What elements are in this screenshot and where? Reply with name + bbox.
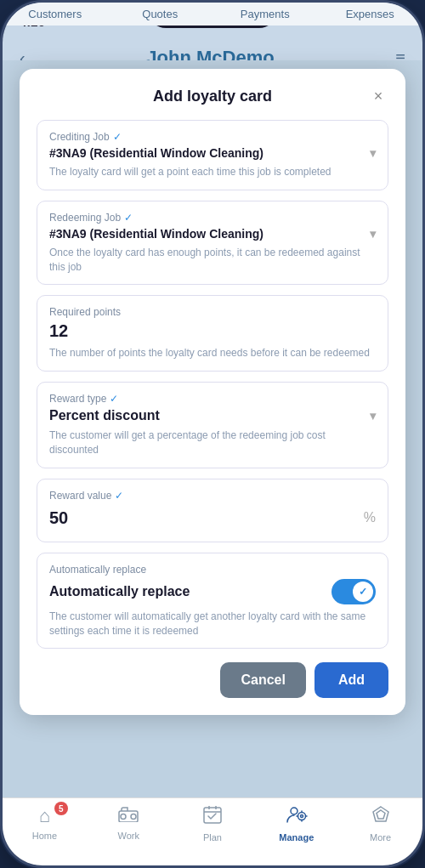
auto-replace-section: Automatically replace Automatically repl… xyxy=(37,553,388,650)
required-points-value[interactable]: 12 xyxy=(49,321,376,341)
sub-nav: Customers Quotes Payments Expenses xyxy=(3,3,422,26)
nav-home[interactable]: 5 ⌂ Home xyxy=(3,805,87,841)
auto-replace-row: Automatically replace xyxy=(49,579,376,604)
svg-point-5 xyxy=(131,814,136,820)
add-button[interactable]: Add xyxy=(314,662,388,698)
redeeming-job-check-icon: ✓ xyxy=(124,212,133,224)
manage-icon xyxy=(286,805,308,829)
auto-replace-section-label: Automatically replace xyxy=(49,564,376,576)
required-points-label: Required points xyxy=(49,306,376,318)
manage-label: Manage xyxy=(279,832,314,842)
crediting-job-check-icon: ✓ xyxy=(113,131,122,143)
reward-type-check-icon: ✓ xyxy=(110,393,118,405)
sub-nav-quotes[interactable]: Quotes xyxy=(108,8,213,20)
redeeming-job-hint: Once the loyalty card has enough points,… xyxy=(49,246,376,275)
nav-plan[interactable]: Plan xyxy=(171,805,255,842)
crediting-job-chevron-icon: ▾ xyxy=(370,146,376,160)
reward-type-label: Reward type ✓ xyxy=(49,393,376,405)
work-icon xyxy=(118,805,139,827)
crediting-job-label: Crediting Job ✓ xyxy=(49,131,376,143)
auto-replace-hint: The customer will automatically get anot… xyxy=(49,610,376,638)
svg-rect-6 xyxy=(204,808,221,823)
crediting-job-selector[interactable]: #3NA9 (Residential Window Cleaning) ▾ xyxy=(49,146,376,160)
auto-replace-field-label: Automatically replace xyxy=(49,584,190,599)
reward-type-section: Reward type ✓ Percent discount ▾ The cus… xyxy=(37,382,388,468)
reward-value-check-icon: ✓ xyxy=(115,490,123,502)
reward-value-input[interactable]: 50 xyxy=(49,508,68,528)
modal-buttons: Cancel Add xyxy=(37,662,388,698)
redeeming-job-label: Redeeming Job ✓ xyxy=(49,212,376,224)
nav-work[interactable]: Work xyxy=(87,805,171,841)
add-loyalty-card-modal: Add loyalty card × Crediting Job ✓ #3NA9… xyxy=(20,69,405,715)
home-label: Home xyxy=(32,831,57,841)
bottom-nav: 5 ⌂ Home Work xyxy=(3,797,422,865)
reward-type-hint: The customer will get a percentage of th… xyxy=(49,428,376,457)
sub-nav-payments[interactable]: Payments xyxy=(212,8,318,20)
svg-point-4 xyxy=(121,814,126,820)
home-badge: 5 xyxy=(54,802,68,815)
redeeming-job-section: Redeeming Job ✓ #3NA9 (Residential Windo… xyxy=(37,201,388,286)
svg-marker-18 xyxy=(377,810,385,819)
svg-point-11 xyxy=(300,815,303,818)
sub-nav-expenses[interactable]: Expenses xyxy=(318,8,423,20)
nav-more[interactable]: More xyxy=(338,805,422,842)
crediting-job-section: Crediting Job ✓ #3NA9 (Residential Windo… xyxy=(37,120,388,190)
modal-close-button[interactable]: × xyxy=(368,86,388,106)
sub-nav-customers[interactable]: Customers xyxy=(3,8,108,20)
nav-manage[interactable]: Manage xyxy=(254,805,338,842)
plan-icon xyxy=(203,805,222,829)
modal-header: Add loyalty card × xyxy=(37,86,388,106)
content-area: Add loyalty card × Crediting Job ✓ #3NA9… xyxy=(3,60,422,797)
reward-value-section: Reward value ✓ 50 % xyxy=(37,479,388,542)
reward-type-selector[interactable]: Percent discount ▾ xyxy=(49,408,376,423)
more-icon xyxy=(371,805,390,829)
svg-point-12 xyxy=(298,813,305,820)
svg-rect-3 xyxy=(119,811,138,822)
work-label: Work xyxy=(117,831,139,841)
phone-frame: 4:20 ‹ John McDemo ≡ C xyxy=(0,0,425,868)
redeeming-job-selector[interactable]: #3NA9 (Residential Window Cleaning) ▾ xyxy=(49,227,376,241)
modal-title: Add loyalty card xyxy=(57,88,368,105)
percent-sign: % xyxy=(364,510,376,525)
required-points-section: Required points 12 The number of points … xyxy=(37,295,388,372)
cancel-button[interactable]: Cancel xyxy=(220,662,305,698)
more-label: More xyxy=(370,832,391,842)
svg-point-10 xyxy=(291,808,298,814)
home-icon: ⌂ xyxy=(39,805,50,827)
reward-type-chevron-icon: ▾ xyxy=(370,409,376,423)
auto-replace-toggle[interactable] xyxy=(332,579,376,604)
redeeming-job-chevron-icon: ▾ xyxy=(370,227,376,241)
toggle-knob xyxy=(353,582,373,602)
plan-label: Plan xyxy=(203,832,222,842)
required-points-hint: The number of points the loyalty card ne… xyxy=(49,346,376,360)
reward-value-row: 50 % xyxy=(49,505,376,531)
reward-value-label: Reward value ✓ xyxy=(49,490,376,502)
crediting-job-hint: The loyalty card will get a point each t… xyxy=(49,165,376,179)
